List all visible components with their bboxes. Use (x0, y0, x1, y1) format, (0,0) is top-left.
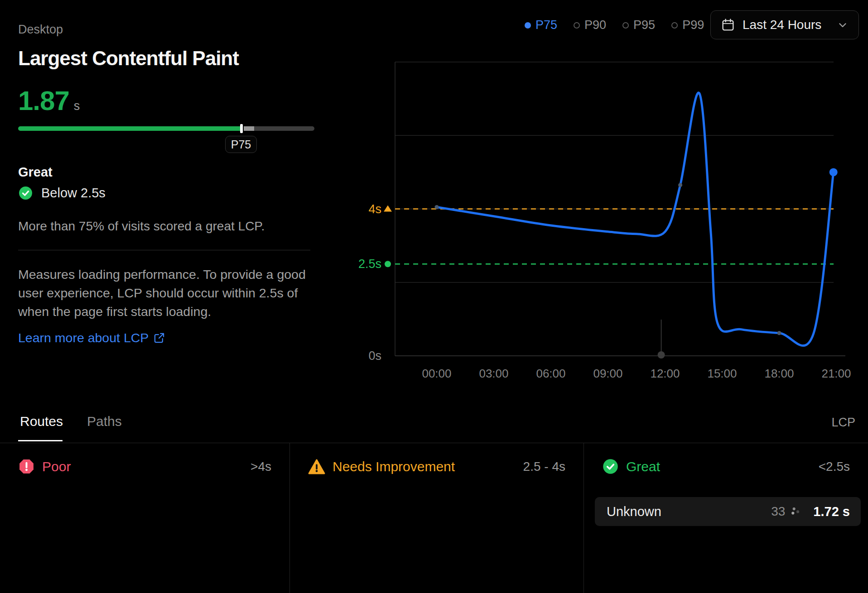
check-circle-icon (18, 186, 33, 201)
chevron-down-icon (837, 19, 849, 31)
bucket-poor: Poor >4s (0, 443, 289, 593)
bucket-header: Poor >4s (18, 458, 271, 475)
svg-text:21:00: 21:00 (821, 367, 851, 380)
bucket-name: Poor (42, 459, 71, 474)
metric-value: 1.87 (18, 85, 69, 116)
divider (18, 250, 310, 250)
svg-text:09:00: 09:00 (593, 367, 622, 380)
bucket-needs-improvement: Needs Improvement 2.5 - 4s (290, 443, 583, 593)
alert-octagon-icon (18, 458, 35, 475)
learn-more-label: Learn more about LCP (18, 330, 149, 345)
speed-insights-panel: Desktop Largest Contentful Paint 1.87 s … (0, 0, 868, 593)
check-circle-icon (602, 458, 619, 475)
percentile-label: P95 (633, 18, 655, 32)
route-row-unknown[interactable]: Unknown 33 1.72 s (595, 497, 861, 526)
lcp-chart: 4s2.5s0s00:0003:0006:0009:0012:0015:0018… (353, 59, 856, 387)
metric: 1.87 s (18, 85, 80, 116)
date-range-label: Last 24 Hours (743, 18, 829, 32)
tab-paths[interactable]: Paths (87, 414, 122, 429)
score-bar-great-segment (18, 126, 241, 131)
p75-pill: P75 (225, 136, 257, 153)
summary-text: More than 75% of visits scored a great L… (18, 219, 265, 234)
route-name: Unknown (607, 504, 661, 519)
svg-text:18:00: 18:00 (764, 367, 794, 380)
date-range-button[interactable]: Last 24 Hours (710, 10, 859, 39)
external-link-icon (153, 332, 165, 344)
learn-more-link[interactable]: Learn more about LCP (18, 330, 165, 345)
bucket-range: <2.5s (819, 459, 850, 474)
svg-text:4s: 4s (368, 202, 381, 216)
radio-ring-icon (574, 22, 580, 29)
sample-share-dots-icon (791, 507, 800, 516)
route-value: 1.72 s (813, 504, 850, 519)
rating-threshold: Below 2.5s (41, 186, 106, 201)
radio-dot-icon (525, 22, 531, 29)
radio-ring-icon (671, 22, 678, 29)
route-sample-count: 33 (771, 504, 785, 519)
bucket-name: Great (626, 459, 660, 474)
svg-text:03:00: 03:00 (479, 367, 508, 380)
svg-text:2.5s: 2.5s (358, 257, 381, 271)
rating-row: Below 2.5s (18, 186, 106, 201)
percentile-option-p99[interactable]: P99 (671, 18, 704, 32)
percentile-label: P99 (682, 18, 704, 32)
metric-unit: s (74, 99, 80, 113)
svg-text:00:00: 00:00 (422, 367, 451, 380)
score-bar-needs-improvement-segment (244, 126, 254, 131)
rating-title: Great (18, 165, 53, 180)
tab-routes[interactable]: Routes (20, 414, 63, 429)
device-label: Desktop (18, 23, 63, 37)
svg-text:12:00: 12:00 (650, 367, 680, 380)
description-text: Measures loading performance. To provide… (18, 265, 321, 321)
route-metrics: 33 1.72 s (771, 504, 850, 519)
bucket-header: Needs Improvement 2.5 - 4s (308, 458, 565, 475)
bucket-header: Great <2.5s (602, 458, 850, 475)
percentile-label: P75 (535, 18, 557, 32)
svg-text:15:00: 15:00 (707, 367, 737, 380)
bucket-range: >4s (251, 459, 271, 474)
radio-ring-icon (622, 22, 629, 29)
p75-marker (240, 124, 243, 133)
page-title: Largest Contentful Paint (18, 47, 239, 70)
percentile-option-p75[interactable]: P75 (525, 18, 557, 32)
percentile-selector: P75 P90 P95 P99 (525, 18, 704, 32)
p75-score-bar (18, 126, 314, 131)
percentile-option-p90[interactable]: P90 (574, 18, 606, 32)
warning-triangle-icon (308, 458, 325, 475)
score-bar-remainder-segment (254, 126, 314, 131)
percentile-label: P90 (584, 18, 606, 32)
calendar-icon (721, 18, 735, 32)
bucket-name: Needs Improvement (333, 459, 455, 474)
bucket-great: Great <2.5s Unknown 33 1.72 s (584, 443, 868, 593)
percentile-option-p95[interactable]: P95 (622, 18, 655, 32)
metric-tag: LCP (831, 416, 855, 430)
bucket-range: 2.5 - 4s (523, 459, 565, 474)
active-tab-underline (18, 440, 63, 441)
svg-text:06:00: 06:00 (536, 367, 565, 380)
svg-text:0s: 0s (368, 349, 381, 363)
